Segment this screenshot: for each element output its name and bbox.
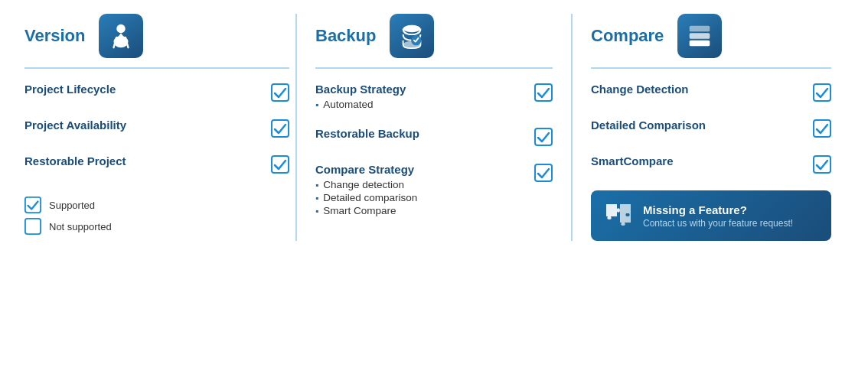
legend-not-supported-label: Not supported	[49, 221, 112, 232]
check-icon	[534, 128, 553, 146]
missing-feature-subtitle: Contact us with your feature request!	[643, 218, 793, 229]
feature-row: Project Availability	[24, 119, 289, 138]
sub-item: Automated	[315, 99, 527, 110]
sub-items: Change detection Detailed comparison Sma…	[315, 179, 527, 216]
feature-row: Restorable Backup	[315, 127, 553, 146]
feature-label: Compare Strategy Change detection Detail…	[315, 163, 527, 216]
main-grid: Version Project Lifecycle Proje	[18, 14, 850, 241]
puzzle-icon	[603, 201, 632, 230]
check-icon	[534, 164, 553, 182]
feature-row: SmartCompare	[591, 154, 831, 174]
sub-item: Change detection	[315, 179, 527, 190]
legend-supported: Supported	[24, 197, 289, 213]
sub-item: Detailed comparison	[315, 192, 527, 203]
backup-column: Backup Backup Strategy	[295, 14, 573, 241]
version-title: Version	[24, 26, 85, 46]
backup-title: Backup	[315, 26, 376, 46]
svg-point-11	[403, 25, 421, 33]
svg-rect-17	[690, 26, 710, 32]
feature-label: SmartCompare	[591, 154, 805, 167]
version-icon-box	[99, 14, 143, 58]
feature-label: Restorable Backup	[315, 127, 527, 140]
feature-row: Compare Strategy Change detection Detail…	[315, 163, 553, 216]
version-header: Version	[24, 14, 289, 69]
check-icon	[271, 83, 289, 102]
feature-label: Project Availability	[24, 119, 263, 132]
svg-rect-19	[690, 41, 710, 47]
compare-icon	[685, 21, 714, 50]
backup-header: Backup	[315, 14, 553, 69]
version-column: Version Project Lifecycle Proje	[18, 14, 295, 241]
feature-row: Restorable Project	[24, 154, 289, 174]
check-icon	[534, 83, 553, 102]
check-icon	[813, 119, 831, 138]
feature-label: Change Detection	[591, 83, 805, 96]
backup-icon-box	[390, 14, 434, 58]
svg-point-0	[117, 24, 126, 33]
legend: Supported Not supported	[24, 197, 289, 235]
feature-row: Backup Strategy Automated	[315, 83, 553, 110]
missing-feature-title: Missing a Feature?	[643, 203, 793, 216]
check-icon	[813, 155, 831, 174]
missing-feature-banner[interactable]: Missing a Feature? Contact us with your …	[591, 190, 831, 241]
compare-title: Compare	[591, 26, 664, 46]
feature-row: Project Lifecycle	[24, 83, 289, 102]
version-icon	[106, 21, 135, 50]
feature-row: Change Detection	[591, 83, 831, 102]
compare-header: Compare	[591, 14, 831, 69]
check-icon	[271, 155, 289, 174]
check-icon	[813, 83, 831, 102]
feature-label: Detailed Comparison	[591, 119, 805, 132]
legend-supported-label: Supported	[49, 200, 95, 211]
feature-label: Backup Strategy Automated	[315, 83, 527, 110]
svg-rect-10	[25, 219, 41, 234]
svg-rect-18	[690, 33, 710, 39]
sub-items: Automated	[315, 99, 527, 110]
feature-label: Project Lifecycle	[24, 83, 263, 96]
feature-label: Restorable Project	[24, 154, 263, 167]
legend-not-supported: Not supported	[24, 218, 289, 235]
check-icon	[271, 119, 289, 138]
backup-icon	[397, 21, 426, 50]
missing-feature-text: Missing a Feature? Contact us with your …	[643, 203, 793, 229]
sub-item: Smart Compare	[315, 205, 527, 216]
feature-row: Detailed Comparison	[591, 119, 831, 138]
compare-icon-box	[677, 14, 722, 58]
compare-column: Compare Change Detection Detailed Compar…	[573, 14, 850, 241]
